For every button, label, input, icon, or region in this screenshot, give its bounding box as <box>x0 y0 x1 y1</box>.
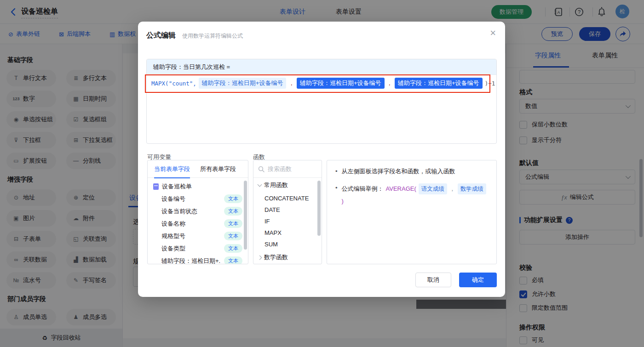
modal-title: 公式编辑 <box>146 31 176 40</box>
variable-field-row[interactable]: 设备当前状态文本 <box>148 205 248 217</box>
chevron-down-icon <box>258 182 262 187</box>
formula-function: MAPX("count", <box>151 80 196 87</box>
example-function-open: AVERAGE( <box>386 184 416 193</box>
modal-subtitle: 使用数学运算符编辑公式 <box>182 32 243 40</box>
field-type-badge: 文本 <box>224 244 242 253</box>
example-token: 数学成绩 <box>458 183 486 194</box>
formula-line[interactable]: MAPX("count", 辅助字段：巡检日期+设备编号 ， 辅助字段：巡检日期… <box>147 78 496 89</box>
tab-current-form-fields[interactable]: 当前表单字段 <box>154 165 190 173</box>
function-search-input[interactable] <box>268 165 314 172</box>
functions-panel: 常用函数 CONCATENATE DATE IF MAPX SUM 数学函数 文… <box>253 160 322 264</box>
close-icon[interactable]: × <box>490 28 496 38</box>
cancel-button[interactable]: 取消 <box>415 273 451 287</box>
formula-editor-modal: 公式编辑 使用数学运算符编辑公式 × 辅助字段：当日第几次巡检 = MAPX("… <box>138 22 505 297</box>
field-type-badge: 文本 <box>224 194 242 203</box>
confirm-button[interactable]: 确定 <box>459 273 497 287</box>
field-type-badge: 文本 <box>224 256 242 264</box>
formula-token-selected[interactable]: 辅助字段：巡检日期+设备编号 <box>395 78 483 89</box>
variable-field-row[interactable]: 设备名称文本 <box>148 217 248 230</box>
function-item[interactable]: SUM <box>253 239 322 250</box>
field-type-badge: 文本 <box>224 219 242 228</box>
variables-scrollbar[interactable] <box>244 181 247 250</box>
functions-scrollbar[interactable] <box>317 181 321 236</box>
variable-field-row[interactable]: 设备编号文本 <box>148 193 248 205</box>
variables-tree-root[interactable]: 设备巡检单 <box>148 178 248 193</box>
function-item[interactable]: CONCATENATE <box>253 193 322 204</box>
example-function-close: ) <box>342 197 344 206</box>
variable-field-row[interactable]: 辅助字段：巡检日期+...文本 <box>148 255 248 264</box>
field-type-badge: 文本 <box>224 207 242 216</box>
formula-comma: ， <box>387 80 393 87</box>
variable-field-row[interactable]: 规格型号文本 <box>148 230 248 242</box>
tab-all-form-fields[interactable]: 所有表单字段 <box>200 165 236 173</box>
function-item[interactable]: DATE <box>253 204 322 216</box>
variables-panel: 当前表单字段 所有表单字段 设备巡检单 设备编号文本 设备当前状态文本 设备名称… <box>147 160 248 264</box>
app-root: 设备巡检单 表单设计 表单设置 数据管理 A ? 检 ⊘ 表单外链 ⊠ 后端脚本… <box>0 0 644 347</box>
hint-line: 从左侧面板选择字段名和函数，或输入函数 <box>327 160 496 177</box>
search-icon <box>258 166 264 172</box>
example-comma: ， <box>449 184 455 193</box>
hints-panel: 从左侧面板选择字段名和函数，或输入函数 公式编辑举例： AVERAGE( 语文成… <box>327 160 497 264</box>
formula-token[interactable]: 辅助字段：巡检日期+设备编号 <box>199 78 287 89</box>
function-search[interactable] <box>253 160 322 178</box>
formula-comma: ， <box>288 80 294 87</box>
hint-example: 公式编辑举例： AVERAGE( 语文成绩 ， 数学成绩 ) <box>327 177 496 207</box>
formula-editor-box[interactable]: 辅助字段：当日第几次巡检 = MAPX("count", 辅助字段：巡检日期+设… <box>146 59 497 144</box>
field-type-badge: 文本 <box>224 232 242 240</box>
example-token: 语文成绩 <box>419 183 447 194</box>
formula-suffix: )+1 <box>485 80 495 87</box>
function-group-common[interactable]: 常用函数 <box>253 178 322 193</box>
chevron-right-icon <box>258 255 262 260</box>
form-doc-icon <box>153 183 159 190</box>
formula-target-row: 辅助字段：当日第几次巡检 = <box>147 59 496 75</box>
function-group-math[interactable]: 数学函数 <box>253 250 322 264</box>
function-item[interactable]: MAPX <box>253 227 322 239</box>
variable-field-row[interactable]: 设备类型文本 <box>148 242 248 255</box>
formula-token-selected[interactable]: 辅助字段：巡检日期+设备编号 <box>297 78 385 89</box>
function-item[interactable]: IF <box>253 216 322 227</box>
